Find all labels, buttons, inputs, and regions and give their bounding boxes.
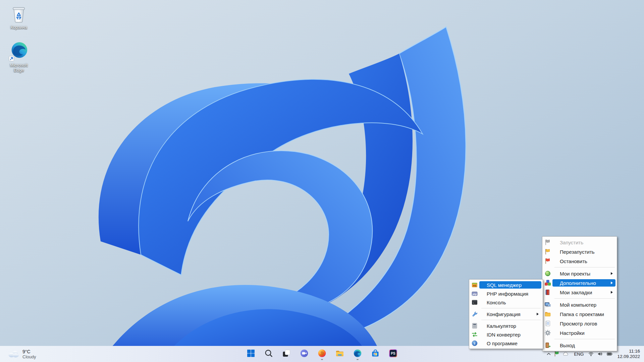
desktop-icon-recycle-bin[interactable]: Корзина	[3, 3, 35, 31]
taskbar-search-button[interactable]	[262, 347, 275, 361]
flag-red-icon	[544, 258, 551, 264]
menu-item-sql-manager[interactable]: HS SQL менеджер	[469, 281, 543, 289]
menu-item-my-projects[interactable]: Мои проекты	[542, 269, 617, 278]
tray-context-menu: Запустить Перезапустить Остановить	[542, 236, 617, 351]
taskbar-file-explorer-button[interactable]	[333, 347, 346, 361]
menu-item-my-bookmarks[interactable]: Мои закладки	[542, 288, 617, 297]
menu-item-advanced[interactable]: Дополнительно	[542, 278, 617, 288]
edge-icon	[8, 41, 29, 62]
about-icon: i	[471, 340, 478, 347]
blocks-icon	[544, 280, 551, 286]
recycle-bin-icon	[9, 4, 29, 24]
svg-text:php: php	[472, 293, 477, 296]
taskbar-chat-button[interactable]	[298, 347, 311, 361]
menu-separator	[542, 266, 617, 269]
menu-item-about[interactable]: i О программе	[469, 339, 543, 348]
menu-item-label: Перезапустить	[560, 249, 595, 255]
menu-item-php-info[interactable]: php PHP информация	[469, 289, 543, 298]
menu-separator	[542, 297, 617, 300]
menu-item-label: Калькулятор	[487, 323, 516, 329]
tray-time: 11:16	[617, 349, 640, 354]
weather-temperature: 9°C	[22, 349, 36, 354]
menu-item-label: Запустить	[560, 240, 583, 245]
menu-item-idn-converter[interactable]: IDN конвертер	[469, 330, 543, 339]
menu-item-label: Папка с проектами	[560, 311, 604, 317]
menu-item-stop-server[interactable]: Остановить	[542, 256, 617, 266]
menu-item-label: Дополнительно	[560, 280, 596, 286]
svg-text:i: i	[474, 342, 475, 345]
computer-icon	[544, 301, 551, 308]
calculator-icon	[471, 322, 478, 329]
menu-separator	[469, 307, 543, 310]
globe-icon	[544, 270, 551, 277]
desktop-icon-label: Корзина	[10, 25, 27, 30]
tray-clock[interactable]: 11:16 12.09.2022	[614, 349, 642, 359]
desktop-icon-grid: Корзина Microsoft Edge	[3, 3, 35, 83]
svg-text:HS: HS	[473, 284, 476, 287]
menu-item-label: Мои закладки	[560, 290, 592, 295]
menu-item-label: Настройки	[560, 330, 585, 336]
menu-item-label: О программе	[487, 341, 518, 346]
menu-item-label: Мои проекты	[560, 271, 590, 277]
flag-yellow-icon	[544, 248, 551, 255]
task-view-icon	[282, 349, 291, 359]
menu-separator	[469, 318, 543, 321]
firefox-icon	[317, 349, 327, 359]
running-indicator	[321, 359, 323, 360]
taskbar-app-buttons: PS	[244, 346, 400, 362]
battery-icon	[606, 351, 613, 357]
bookmarks-icon	[544, 289, 551, 296]
exit-icon	[544, 342, 551, 349]
menu-item-label: SQL менеджер	[487, 282, 522, 288]
menu-item-console[interactable]: >_ Консоль	[469, 298, 543, 307]
php-icon: php	[471, 290, 478, 297]
taskbar-firefox-button[interactable]	[315, 347, 329, 361]
taskbar-task-view-button[interactable]	[280, 347, 293, 361]
taskbar-edge-button[interactable]	[351, 347, 364, 361]
folder-icon	[544, 311, 551, 317]
menu-item-label: Консоль	[487, 300, 506, 305]
menu-item-projects-folder[interactable]: Папка с проектами	[542, 309, 617, 319]
weather-condition: Cloudy	[22, 354, 36, 359]
menu-item-label: Просмотр логов	[560, 321, 597, 326]
search-icon	[264, 349, 273, 359]
file-explorer-icon	[335, 349, 344, 359]
submenu-arrow-icon	[611, 291, 613, 294]
menu-item-restart-server[interactable]: Перезапустить	[542, 247, 617, 256]
menu-item-calculator[interactable]: Калькулятор	[469, 321, 543, 330]
wifi-icon	[588, 351, 594, 357]
running-indicator	[357, 359, 359, 360]
tray-date: 12.09.2022	[617, 354, 640, 359]
photoshop-icon: PS	[388, 349, 398, 359]
green-flag-icon	[554, 351, 560, 357]
svg-text:PS: PS	[391, 352, 395, 355]
desktop-icon-microsoft-edge[interactable]: Microsoft Edge	[3, 40, 35, 74]
menu-item-settings[interactable]: Настройки	[542, 328, 617, 338]
menu-item-label: Выход	[560, 343, 575, 348]
heidisql-icon: HS	[471, 282, 478, 288]
advanced-submenu: HS SQL менеджер php PHP информация >_ Ко…	[469, 279, 543, 349]
submenu-arrow-icon	[611, 282, 613, 284]
menu-separator	[542, 338, 617, 341]
taskbar-photoshop-button[interactable]: PS	[386, 347, 400, 361]
speaker-icon	[597, 351, 603, 357]
desktop-icon-label: Microsoft Edge	[5, 63, 33, 73]
menu-item-configuration[interactable]: Конфигурация	[469, 310, 543, 318]
taskbar-start-button[interactable]	[244, 347, 258, 361]
menu-item-view-logs[interactable]: Просмотр логов	[542, 319, 617, 328]
svg-text:>_: >_	[473, 302, 476, 304]
weather-widget[interactable]: 9°C Cloudy	[5, 346, 39, 362]
menu-item-label: Мой компьютер	[560, 302, 596, 308]
menu-item-label: PHP информация	[487, 291, 528, 297]
menu-item-start-server[interactable]: Запустить	[542, 238, 617, 247]
edge-icon	[353, 349, 362, 359]
store-icon	[371, 349, 380, 359]
idn-icon	[471, 331, 478, 338]
menu-item-exit[interactable]: Выход	[542, 341, 617, 350]
submenu-arrow-icon	[537, 313, 539, 315]
tools-icon	[471, 311, 478, 317]
taskbar-store-button[interactable]	[369, 347, 382, 361]
cloud-icon	[562, 351, 569, 357]
console-icon: >_	[471, 299, 478, 306]
menu-item-my-computer[interactable]: Мой компьютер	[542, 300, 617, 309]
